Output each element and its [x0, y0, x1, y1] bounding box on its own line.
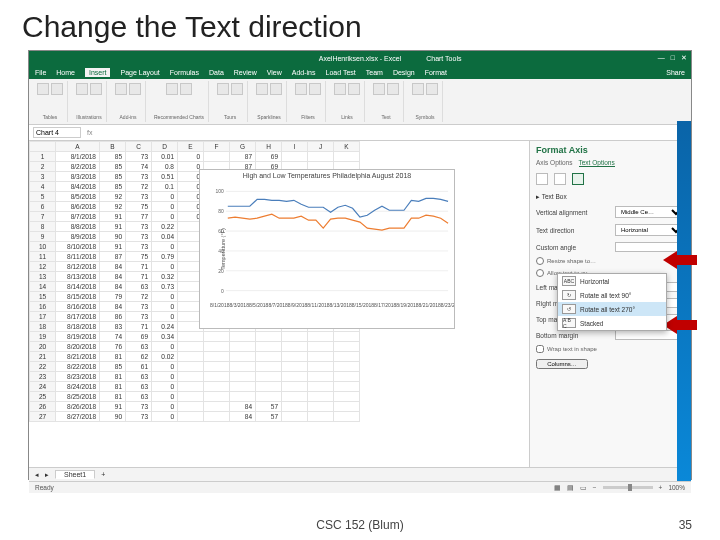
tab-loadtest[interactable]: Load Test [326, 69, 356, 76]
textdir-select[interactable]: Horizontal [615, 224, 685, 236]
column-header[interactable]: H [256, 142, 282, 152]
ribbon-group: Sparklines [252, 81, 287, 122]
ribbon-button-icon[interactable] [51, 83, 63, 95]
share-button[interactable]: Share [666, 69, 685, 76]
sheet-tab[interactable]: Sheet1 [55, 470, 95, 479]
column-header[interactable]: K [334, 142, 360, 152]
column-header[interactable] [30, 142, 56, 152]
pane-tab-text-options[interactable]: Text Options [579, 159, 615, 167]
tab-format[interactable]: Format [425, 69, 447, 76]
table-row[interactable]: 258/25/201881630 [30, 392, 360, 402]
view-normal-icon[interactable]: ▦ [554, 484, 561, 492]
tab-view[interactable]: View [267, 69, 282, 76]
table-row[interactable]: 208/20/201876630 [30, 342, 360, 352]
overflow-radio[interactable] [536, 269, 544, 277]
text-effects-icon[interactable] [554, 173, 566, 185]
svg-text:100: 100 [216, 189, 225, 194]
table-row[interactable]: 248/24/201881630 [30, 382, 360, 392]
ribbon-button-icon[interactable] [231, 83, 243, 95]
view-pagelayout-icon[interactable]: ▤ [567, 484, 574, 492]
ribbon-button-icon[interactable] [412, 83, 424, 95]
ribbon-button-icon[interactable] [166, 83, 178, 95]
zoom-in-icon[interactable]: + [659, 484, 663, 491]
wrap-label: Wrap text in shape [547, 346, 597, 352]
ribbon-button-icon[interactable] [387, 83, 399, 95]
ribbon-group: Text [369, 81, 404, 122]
valign-select[interactable]: Middle Ce… [615, 206, 685, 218]
column-header[interactable]: I [282, 142, 308, 152]
tab-pagelayout[interactable]: Page Layout [120, 69, 159, 76]
column-header[interactable]: A [56, 142, 100, 152]
ribbon-button-icon[interactable] [295, 83, 307, 95]
zoom-slider[interactable] [603, 486, 653, 489]
ribbon-button-icon[interactable] [129, 83, 141, 95]
minimize-icon[interactable]: — [658, 54, 665, 62]
tab-file[interactable]: File [35, 69, 46, 76]
table-row[interactable]: 268/26/2018917308457 [30, 402, 360, 412]
embedded-chart[interactable]: High and Low Temperatures Philadelphia A… [199, 169, 455, 329]
tab-design[interactable]: Design [393, 69, 415, 76]
close-icon[interactable]: ✕ [681, 54, 687, 62]
ribbon-button-icon[interactable] [76, 83, 88, 95]
column-header[interactable]: G [230, 142, 256, 152]
zoom-level[interactable]: 100% [668, 484, 685, 491]
column-header[interactable]: J [308, 142, 334, 152]
textdir-option-rotate270[interactable]: ↺Rotate all text 270° [558, 302, 666, 316]
table-row[interactable]: 228/22/201885610 [30, 362, 360, 372]
table-row[interactable]: 238/23/201881630 [30, 372, 360, 382]
column-header[interactable]: F [204, 142, 230, 152]
tab-home[interactable]: Home [56, 69, 75, 76]
textbox-icon[interactable] [572, 173, 584, 185]
textdir-option-rotate90[interactable]: ↻Rotate all text 90° [558, 288, 666, 302]
valign-label: Vertical alignment [536, 209, 587, 216]
ribbon: TablesIllustrationsAdd-insRecommended Ch… [29, 79, 691, 125]
ribbon-button-icon[interactable] [270, 83, 282, 95]
table-row[interactable]: 218/21/201881620.02 [30, 352, 360, 362]
zoom-out-icon[interactable]: − [593, 484, 597, 491]
ribbon-button-icon[interactable] [309, 83, 321, 95]
section-textbox[interactable]: ▸ Text Box [536, 193, 685, 201]
ribbon-button-icon[interactable] [256, 83, 268, 95]
tab-insert[interactable]: Insert [85, 68, 111, 77]
fx-icon[interactable]: fx [87, 129, 92, 136]
resize-radio[interactable] [536, 257, 544, 265]
ribbon-button-icon[interactable] [426, 83, 438, 95]
pane-tab-axis-options[interactable]: Axis Options [536, 159, 573, 167]
wrap-checkbox[interactable] [536, 345, 544, 353]
worksheet[interactable]: ABCDEFGHIJK18/1/201885730.010876928/2/20… [29, 141, 529, 467]
ribbon-button-icon[interactable] [115, 83, 127, 95]
ribbon-button-icon[interactable] [334, 83, 346, 95]
sheet-nav-prev-icon[interactable]: ◂ [35, 471, 39, 479]
table-row[interactable]: 18/1/201885730.0108769 [30, 152, 360, 162]
tab-review[interactable]: Review [234, 69, 257, 76]
ribbon-button-icon[interactable] [37, 83, 49, 95]
maximize-icon[interactable]: □ [671, 54, 675, 62]
tab-formulas[interactable]: Formulas [170, 69, 199, 76]
ribbon-button-icon[interactable] [217, 83, 229, 95]
add-sheet-icon[interactable]: + [101, 471, 105, 478]
sheet-nav-next-icon[interactable]: ▸ [45, 471, 49, 479]
ribbon-button-icon[interactable] [348, 83, 360, 95]
column-header[interactable]: B [100, 142, 126, 152]
columns-button[interactable]: Columns… [536, 359, 588, 369]
name-box[interactable] [33, 127, 81, 138]
chart-x-axis[interactable]: 8/1/20188/3/20188/5/20188/7/20188/9/2018… [200, 302, 454, 308]
table-row[interactable]: 278/27/2018907308457 [30, 412, 360, 422]
tab-team[interactable]: Team [366, 69, 383, 76]
tab-data[interactable]: Data [209, 69, 224, 76]
table-row[interactable]: 198/19/201874690.34 [30, 332, 360, 342]
ribbon-button-icon[interactable] [373, 83, 385, 95]
text-fill-icon[interactable] [536, 173, 548, 185]
page-number: 35 [679, 518, 692, 532]
textdir-option-stacked[interactable]: A B CStacked [558, 316, 666, 330]
ribbon-button-icon[interactable] [180, 83, 192, 95]
column-header[interactable]: E [178, 142, 204, 152]
ribbon-group: Tables [33, 81, 68, 122]
tab-addins[interactable]: Add-ins [292, 69, 316, 76]
ribbon-button-icon[interactable] [90, 83, 102, 95]
chart-title: High and Low Temperatures Philadelphia A… [200, 170, 454, 181]
column-header[interactable]: D [152, 142, 178, 152]
textdir-option-horizontal[interactable]: ABCHorizontal [558, 274, 666, 288]
column-header[interactable]: C [126, 142, 152, 152]
view-pagebreak-icon[interactable]: ▭ [580, 484, 587, 492]
